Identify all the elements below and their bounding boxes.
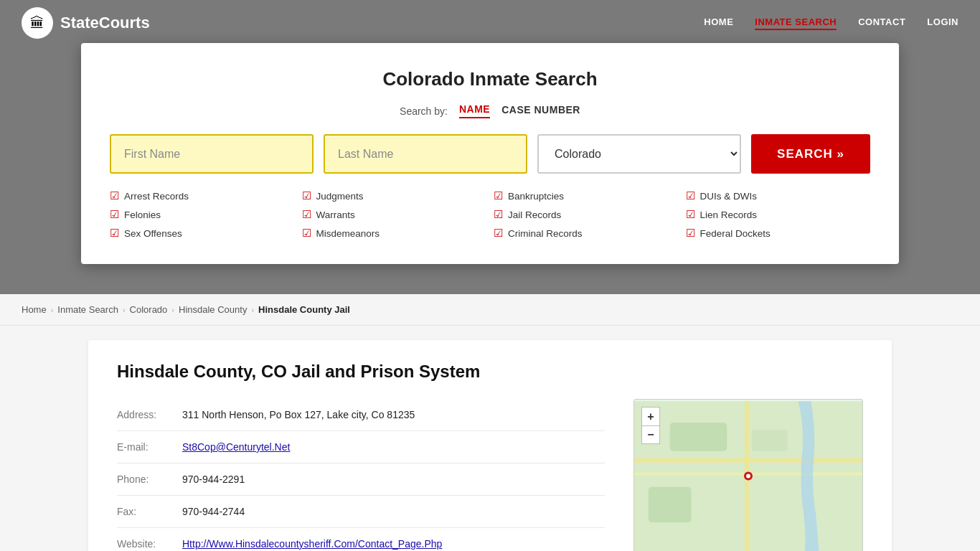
checkmark-icon: ☑: [302, 189, 311, 202]
search-card: Colorado Inmate Search Search by: NAME C…: [81, 43, 899, 264]
checkbox-item: ☑DUIs & DWIs: [686, 189, 871, 202]
checkbox-label: Lien Records: [700, 209, 758, 220]
search-inputs-row: Colorado SEARCH »: [110, 134, 870, 174]
checkbox-label: Misdemeanors: [316, 228, 380, 239]
logo-text: StateCourts: [60, 14, 150, 32]
checkbox-item: ☑Bankruptcies: [494, 189, 679, 202]
breadcrumb-sep-1: ›: [51, 306, 54, 314]
checkmark-icon: ☑: [110, 189, 119, 202]
svg-rect-5: [649, 486, 692, 522]
checkmark-icon: ☑: [494, 189, 503, 202]
checkbox-label: DUIs & DWIs: [700, 191, 758, 202]
checkbox-item: ☑Jail Records: [494, 208, 679, 221]
last-name-input[interactable]: [324, 134, 527, 174]
phone-value: 970-944-2291: [182, 474, 245, 485]
checkbox-item: ☑Lien Records: [686, 208, 871, 221]
checkbox-label: Judgments: [316, 191, 364, 202]
checkmark-icon: ☑: [686, 189, 695, 202]
breadcrumb-sep-4: ›: [251, 306, 254, 314]
search-button[interactable]: SEARCH »: [751, 134, 870, 174]
nav-links: HOME INMATE SEARCH CONTACT LOGIN: [704, 17, 958, 30]
breadcrumb: Home › Inmate Search › Colorado › Hinsda…: [0, 294, 980, 326]
checkbox-label: Jail Records: [508, 209, 561, 220]
map-zoom-in[interactable]: +: [641, 407, 660, 425]
logo-icon: 🏛: [22, 7, 53, 39]
checkbox-label: Federal Dockets: [700, 228, 771, 239]
checkbox-label: Criminal Records: [508, 228, 583, 239]
checkboxes-grid: ☑Arrest Records☑Judgments☑Bankruptcies☑D…: [110, 189, 870, 242]
map-area: + −: [633, 399, 863, 551]
logo[interactable]: 🏛 StateCourts: [22, 7, 150, 39]
nav-contact[interactable]: CONTACT: [858, 17, 905, 30]
breadcrumb-current: Hinsdale County Jail: [258, 304, 350, 315]
checkmark-icon: ☑: [302, 208, 311, 221]
tab-name[interactable]: NAME: [459, 103, 490, 118]
checkmark-icon: ☑: [302, 227, 311, 240]
email-label: E-mail:: [117, 441, 171, 453]
website-row: Website: Http://Www.Hinsdalecountysherif…: [117, 528, 605, 551]
phone-row: Phone: 970-944-2291: [117, 463, 605, 496]
content-area: Hinsdale County, CO Jail and Prison Syst…: [67, 340, 913, 551]
info-card-title: Hinsdale County, CO Jail and Prison Syst…: [117, 362, 863, 382]
checkbox-label: Arrest Records: [124, 191, 189, 202]
website-link[interactable]: Http://Www.Hinsdalecountysheriff.Com/Con…: [182, 538, 442, 550]
state-select[interactable]: Colorado: [537, 134, 741, 174]
breadcrumb-inmate-search[interactable]: Inmate Search: [57, 304, 118, 315]
checkbox-label: Sex Offenses: [124, 228, 182, 239]
email-value: St8Cop@Centurytel.Net: [182, 441, 290, 453]
search-card-title: Colorado Inmate Search: [110, 68, 870, 90]
email-row: E-mail: St8Cop@Centurytel.Net: [117, 431, 605, 463]
checkmark-icon: ☑: [494, 208, 503, 221]
address-label: Address:: [117, 409, 171, 420]
svg-rect-4: [670, 423, 727, 451]
search-by-label: Search by:: [400, 105, 448, 117]
checkbox-label: Bankruptcies: [508, 191, 564, 202]
breadcrumb-sep-2: ›: [123, 306, 126, 314]
checkbox-item: ☑Warrants: [302, 208, 487, 221]
breadcrumb-hinsdale-county[interactable]: Hinsdale County: [179, 304, 247, 315]
info-layout: Address: 311 North Henson, Po Box 127, L…: [117, 399, 863, 551]
checkbox-item: ☑Arrest Records: [110, 189, 295, 202]
nav-home[interactable]: HOME: [704, 17, 733, 30]
map-controls: + −: [641, 407, 660, 444]
info-card: Hinsdale County, CO Jail and Prison Syst…: [88, 340, 892, 551]
website-label: Website:: [117, 538, 171, 550]
search-by-row: Search by: NAME CASE NUMBER: [110, 103, 870, 118]
checkbox-item: ☑Felonies: [110, 208, 295, 221]
checkmark-icon: ☑: [110, 227, 119, 240]
fax-value: 970-944-2744: [182, 506, 245, 517]
breadcrumb-home[interactable]: Home: [22, 304, 47, 315]
checkbox-item: ☑Judgments: [302, 189, 487, 202]
website-value: Http://Www.Hinsdalecountysheriff.Com/Con…: [182, 538, 442, 550]
checkmark-icon: ☑: [494, 227, 503, 240]
info-details: Address: 311 North Henson, Po Box 127, L…: [117, 399, 605, 551]
email-link[interactable]: St8Cop@Centurytel.Net: [182, 441, 290, 453]
checkbox-label: Warrants: [316, 209, 355, 220]
checkbox-label: Felonies: [124, 209, 161, 220]
phone-label: Phone:: [117, 474, 171, 485]
fax-row: Fax: 970-944-2744: [117, 496, 605, 528]
breadcrumb-colorado[interactable]: Colorado: [130, 304, 168, 315]
svg-point-8: [746, 474, 750, 479]
checkbox-item: ☑Criminal Records: [494, 227, 679, 240]
fax-label: Fax:: [117, 506, 171, 517]
nav-inmate-search[interactable]: INMATE SEARCH: [755, 17, 837, 30]
address-row: Address: 311 North Henson, Po Box 127, L…: [117, 399, 605, 431]
checkmark-icon: ☑: [686, 208, 695, 221]
main-nav: 🏛 StateCourts HOME INMATE SEARCH CONTACT…: [0, 0, 980, 46]
breadcrumb-sep-3: ›: [171, 306, 174, 314]
svg-rect-6: [752, 430, 788, 451]
nav-login[interactable]: LOGIN: [927, 17, 958, 30]
map-svg: [634, 400, 862, 551]
map-zoom-out[interactable]: −: [641, 425, 660, 444]
first-name-input[interactable]: [110, 134, 314, 174]
checkbox-item: ☑Misdemeanors: [302, 227, 487, 240]
tab-case-number[interactable]: CASE NUMBER: [501, 104, 580, 118]
checkbox-item: ☑Federal Dockets: [686, 227, 871, 240]
checkmark-icon: ☑: [110, 208, 119, 221]
address-value: 311 North Henson, Po Box 127, Lake city,…: [182, 409, 415, 420]
checkbox-item: ☑Sex Offenses: [110, 227, 295, 240]
checkmark-icon: ☑: [686, 227, 695, 240]
